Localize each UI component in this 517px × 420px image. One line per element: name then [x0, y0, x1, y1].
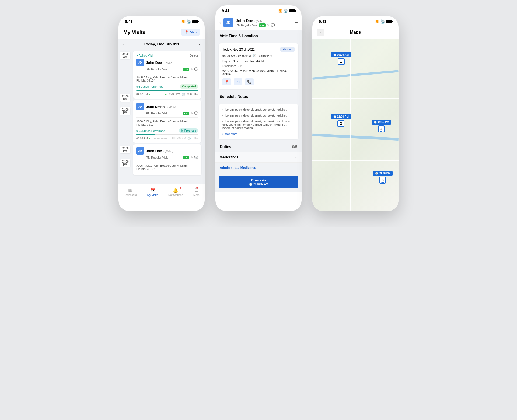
nav-dashboard[interactable]: ▦Dashboard — [124, 188, 137, 197]
payer-value: Blue cross blue shield — [233, 60, 264, 63]
checkin-time: 🕐 09:10:34 AM — [221, 183, 296, 186]
nav-label: Dashboard — [124, 194, 137, 197]
time-row: 04:32 PM 05:35 PM 🕐 01:03 Hrs — [136, 93, 198, 96]
chat-icon[interactable]: 💬 — [271, 23, 275, 27]
visit-type: RN Regular Visit — [146, 68, 168, 71]
visit-card[interactable]: Adhoc Visit Delete JD John Doe · (M/65) … — [133, 51, 201, 99]
status-bar: 9:41 📶 📡 — [312, 16, 399, 26]
chat-icon[interactable]: 💬 — [194, 111, 198, 115]
marker-time: 03:00 PM — [373, 171, 393, 176]
delete-button[interactable]: Delete — [190, 54, 198, 57]
avatar: JD — [136, 103, 144, 110]
avatar: JD — [136, 59, 144, 66]
visit-duration: 03:00 Hrs — [259, 54, 272, 57]
chat-icon[interactable]: 💬 — [194, 67, 198, 71]
address: #206 A City, Palm Beach County, Miami - … — [136, 117, 198, 126]
evv-badge: EVV — [183, 68, 189, 71]
status-icons: 📶 📡 — [181, 19, 198, 24]
time-row: 03:05 PM HH:MM AM 🕐 - Hrs — [136, 137, 198, 140]
nav-my-visits[interactable]: 📅My Visits — [147, 188, 158, 197]
status-badge: Completed — [180, 84, 198, 89]
visit-type-row: RN Regular Visit EVV ✎ 💬 — [136, 156, 198, 159]
status-time: 9:41 — [125, 19, 132, 24]
section-title: Schedule Notes — [215, 91, 302, 102]
patient-name: Jane Smith — [146, 105, 165, 109]
patient-name: John Doe — [146, 61, 162, 65]
nav-label: Notifications — [168, 194, 183, 197]
duty-category[interactable]: Medications ⌄ — [215, 152, 302, 163]
start-dot-icon — [149, 138, 151, 139]
visit-icons: EVV ✎ 💬 — [183, 67, 198, 71]
add-button[interactable]: + — [295, 20, 298, 26]
chat-icon[interactable]: 💬 — [194, 156, 198, 159]
duty-item[interactable]: Administrate Medicines — [215, 163, 302, 173]
edit-icon[interactable]: ✎ — [190, 111, 193, 115]
note-item: Lorem ipsum dolor sit amet, consetetur s… — [222, 120, 295, 130]
nav-notifications[interactable]: 🔔Notifications — [168, 188, 183, 197]
visit-icons: EVV ✎ 💬 — [183, 111, 198, 115]
map-button[interactable]: 📍 Map — [181, 29, 200, 36]
progress-bar — [136, 134, 198, 135]
action-icons: 📍 ✉ 📞 — [222, 78, 295, 85]
patient-meta: · (M/65) — [254, 19, 264, 23]
visit-card[interactable]: JD Jane Smith · (M/65) RN Regular Visit … — [133, 100, 201, 143]
back-button[interactable]: ‹ — [219, 20, 221, 26]
nav-more[interactable]: ☰More — [193, 188, 200, 197]
edit-icon[interactable]: ✎ — [190, 67, 193, 71]
wifi-icon: 📡 — [284, 9, 288, 13]
map-marker[interactable]: 04:10 PM4 — [372, 120, 391, 132]
visit-type-row: RN Regular Visit EVV ✎ 💬 — [236, 23, 292, 27]
time-line — [153, 94, 164, 94]
visit-time-range: 04:00 AM - 07:00 PM — [222, 54, 251, 57]
header: My Visits 📍 Map — [118, 26, 205, 38]
adhoc-badge: Adhoc Visit — [136, 54, 153, 57]
phone-my-visits: 9:41 📶 📡 My Visits 📍 Map ‹ Today, Dec 8t… — [118, 16, 205, 211]
clock-icon: 🕐 — [253, 54, 257, 57]
duties-title: Duties — [220, 145, 231, 149]
next-day-button[interactable]: › — [198, 42, 200, 46]
visit-card[interactable]: JD John Doe · (M/65) RN Regular Visit EV… — [133, 144, 201, 175]
duties-row: 5/5Duties Performed Completed — [136, 84, 198, 89]
visit-type-row: RN Regular Visit EVV ✎ 💬 — [136, 67, 198, 71]
page-title: Maps — [317, 30, 394, 35]
prev-day-button[interactable]: ‹ — [123, 42, 125, 46]
map-marker[interactable]: 03:00 PM3 — [373, 171, 393, 184]
map-marker[interactable]: 12:00 PM2 — [331, 114, 351, 127]
duration: - Hrs — [192, 137, 198, 140]
visit-type: RN Regular Visit — [146, 112, 168, 115]
date-navigator: ‹ Today, Dec 8th 021 › — [118, 38, 205, 50]
map-marker[interactable]: 09:00 AM1 — [331, 52, 351, 65]
note-item: Lorem ipsum dolor sit amet, consetetur e… — [222, 114, 295, 117]
status-bar: 9:41 📶 📡 — [215, 5, 302, 15]
chevron-down-icon: ⌄ — [295, 155, 297, 159]
map-river — [312, 70, 398, 80]
end-dot-icon — [169, 138, 170, 139]
detail-body[interactable]: Visit Time & Location Today, Nov 23rd, 2… — [215, 30, 302, 192]
end-time: 05:35 PM — [169, 93, 180, 96]
location-button[interactable]: 📍 — [222, 78, 231, 85]
map-view[interactable]: 09:00 AM112:00 PM204:10 PM403:00 PM3 — [312, 39, 399, 211]
visit-type-row: RN Regular Visit EVV ✎ 💬 — [136, 111, 198, 115]
visits-timeline[interactable]: 09:00AM 12:00PM 01:00PM 02:00PM 03:00PM … — [118, 50, 205, 184]
visit-type: RN Regular Visit — [146, 156, 168, 159]
duties-text: 03/5Duties Performed — [136, 129, 165, 132]
edit-icon[interactable]: ✎ — [190, 156, 193, 159]
progress-fill — [136, 90, 198, 91]
duration: 01:03 Hrs — [187, 93, 198, 96]
patient-row: JD John Doe · (M/65) — [136, 147, 198, 155]
email-button[interactable]: ✉ — [234, 78, 242, 85]
show-more-button[interactable]: Show More — [222, 132, 295, 135]
nav-label: My Visits — [147, 194, 158, 197]
phone-maps: 9:41 📶 📡 ‹ Maps 09:00 AM112:00 PM204:10 … — [312, 16, 399, 211]
patient-row: JD John Doe · (M/65) — [136, 59, 198, 66]
edit-icon[interactable]: ✎ — [267, 23, 270, 27]
notification-dot — [180, 187, 181, 189]
status-time: 9:41 — [319, 19, 326, 24]
notification-dot — [196, 187, 198, 189]
duties-count: 0/5 — [292, 145, 297, 149]
phone-button[interactable]: 📞 — [245, 78, 254, 85]
signal-icon: 📶 — [278, 9, 282, 13]
checkin-button[interactable]: Check-in 🕐 09:10:34 AM — [219, 176, 298, 188]
map-river — [312, 134, 399, 141]
status-icons: 📶 📡 — [375, 19, 392, 24]
